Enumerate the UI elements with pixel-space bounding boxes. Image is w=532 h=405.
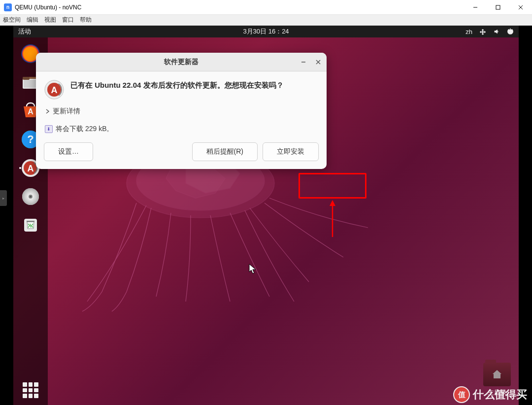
svg-rect-11 [24,80,37,88]
home-folder-label: 主目录 [488,388,507,397]
remind-later-button[interactable]: 稍后提醒(R) [192,142,258,161]
svg-text:A: A [28,107,33,116]
maximize-button[interactable] [487,0,509,15]
close-button[interactable] [509,0,532,15]
show-applications-button[interactable] [23,382,38,398]
menu-item[interactable]: 极空间 [3,16,21,24]
dialog-titlebar[interactable]: 软件更新器 [36,53,327,71]
activities-button[interactable]: 活动 [18,27,31,36]
desktop-home-folder[interactable]: 主目录 [483,363,511,397]
svg-rect-12 [23,77,30,80]
language-indicator[interactable]: zh [466,28,472,35]
download-icon: ⬇ [45,125,53,133]
cursor-icon [249,264,258,274]
settings-button[interactable]: 设置… [44,142,93,161]
update-details-expander[interactable]: 更新详情 [45,107,319,116]
dialog-minimize-button[interactable] [298,57,309,68]
download-size-label: 将会下载 229 kB。 [56,125,113,134]
remote-desktop: ▸ 活动 3月30 [0,26,532,405]
svg-text:A: A [28,164,34,173]
dock-disc[interactable] [18,184,43,209]
dialog-message: 已有在 Ubuntu 22.04 发布后发行的软件更新。您想现在安装吗？ [70,79,284,91]
volume-icon [493,28,500,35]
datetime-label[interactable]: 3月30日 16：24 [243,27,289,36]
power-icon [507,28,514,35]
status-area[interactable]: zh [466,28,514,35]
chevron-right-icon [45,108,51,114]
svg-rect-25 [27,221,34,222]
svg-rect-1 [496,5,500,9]
software-updater-icon: A [44,79,65,100]
network-icon [479,28,486,35]
download-info: ⬇ 将会下载 229 kB。 [45,125,319,134]
menu-item[interactable]: 帮助 [80,16,92,24]
dialog-close-button[interactable] [313,57,324,68]
novnc-panel-tab[interactable]: ▸ [0,190,7,206]
dialog-body: A 已有在 Ubuntu 22.04 发布后发行的软件更新。您想现在安装吗？ 更… [36,71,327,169]
window-controls [464,0,532,15]
home-folder-icon [483,363,511,386]
gnome-top-bar: 活动 3月30日 16：24 zh [13,26,519,37]
svg-text:?: ? [27,133,33,145]
svg-text:A: A [51,85,58,95]
dialog-title: 软件更新器 [164,58,199,67]
window-titlebar: n QEMU (Ubuntu) - noVNC [0,0,532,15]
vnc-menubar: 极空间 编辑 视图 窗口 帮助 [0,15,532,26]
menu-item[interactable]: 视图 [44,16,56,24]
svg-point-23 [30,196,32,198]
install-now-button[interactable]: 立即安装 [263,142,319,161]
dock-trash[interactable] [18,213,43,237]
menu-item[interactable]: 窗口 [62,16,74,24]
minimize-button[interactable] [464,0,487,15]
software-updater-dialog: 软件更新器 A 已有在 Ubuntu 22.04 发布后发行的软件更新。您想现在… [36,53,327,169]
menu-item[interactable]: 编辑 [27,16,38,24]
window-title: QEMU (Ubuntu) - noVNC [15,4,464,11]
details-label: 更新详情 [53,107,80,116]
novnc-app-icon: n [4,3,12,11]
